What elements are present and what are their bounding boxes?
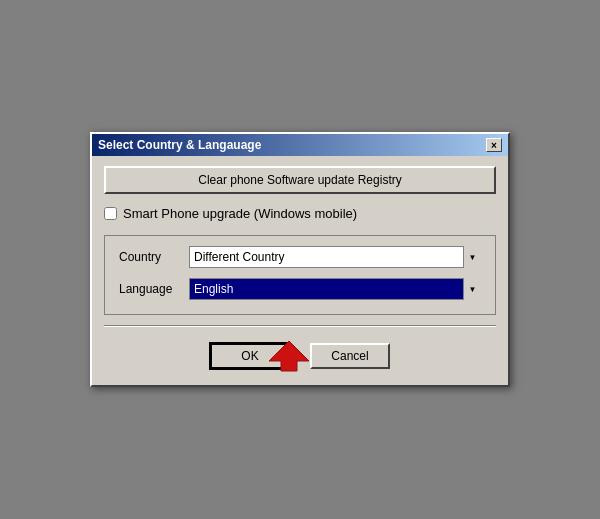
language-row: Language English ▼ (119, 278, 481, 300)
button-row: OK Cancel (104, 337, 496, 373)
smart-phone-upgrade-checkbox[interactable] (104, 207, 117, 220)
smart-phone-upgrade-label: Smart Phone upgrade (Windows mobile) (123, 206, 357, 221)
ok-button[interactable]: OK (210, 343, 290, 369)
cancel-button[interactable]: Cancel (310, 343, 390, 369)
country-label: Country (119, 250, 189, 264)
country-row: Country Different Country ▼ (119, 246, 481, 268)
dialog-body: Clear phone Software update Registry Sma… (92, 156, 508, 385)
dialog-window: Select Country & Langauage × Clear phone… (90, 132, 510, 387)
language-select[interactable]: English (189, 278, 481, 300)
smart-phone-upgrade-row: Smart Phone upgrade (Windows mobile) (104, 204, 496, 223)
title-bar: Select Country & Langauage × (92, 134, 508, 156)
country-select-wrapper: Different Country ▼ (189, 246, 481, 268)
language-select-wrapper: English ▼ (189, 278, 481, 300)
divider (104, 325, 496, 327)
dialog-title: Select Country & Langauage (98, 138, 261, 152)
language-label: Language (119, 282, 189, 296)
clear-registry-button[interactable]: Clear phone Software update Registry (104, 166, 496, 194)
country-select[interactable]: Different Country (189, 246, 481, 268)
close-button[interactable]: × (486, 138, 502, 152)
form-group: Country Different Country ▼ Language Eng… (104, 235, 496, 315)
